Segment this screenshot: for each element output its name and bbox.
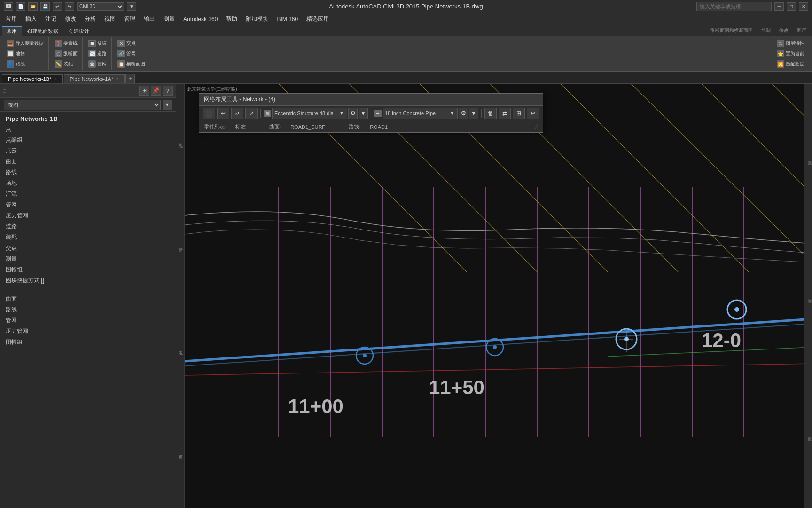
pipe-settings-btn[interactable]: ⚙ — [459, 108, 468, 119]
ft-btn-table[interactable]: ⊞ — [513, 108, 525, 119]
side-btn-visual[interactable]: 视 — [177, 138, 184, 142]
doc-tab-1b-close[interactable]: × — [54, 77, 56, 81]
ft-btn-reverse[interactable]: ⇄ — [499, 108, 511, 119]
tree-node-shortcuts[interactable]: 图块快捷方式 [] — [0, 275, 176, 286]
ribbon-btn-grading[interactable]: 📉 道路 — [86, 49, 109, 58]
canvas[interactable]: 11+00 11+50 12-0 北京建筑大学(二维缩略) — [185, 84, 812, 508]
menu-item-bangzhu[interactable]: 帮助 — [222, 14, 241, 24]
ribbon-modify[interactable]: 修改 — [775, 26, 792, 35]
tree-node-2-pressure[interactable]: 压力管网 — [0, 326, 176, 337]
side-btn-view[interactable]: 视 — [177, 346, 184, 349]
ribbon-expand[interactable]: 纵断面图和横断面图 — [707, 26, 757, 35]
structure-dropdown-btn2[interactable]: ▼ — [359, 108, 368, 119]
quick-access-redo[interactable]: ↪ — [65, 2, 74, 11]
ft-btn-undo[interactable]: ↩ — [527, 108, 539, 119]
tree-node-site[interactable]: 场地 — [0, 178, 176, 189]
ribbon-tab-chuangjian[interactable]: 创建地面数据 — [23, 26, 63, 36]
tree-node-pressure[interactable]: 压力管网 — [0, 210, 176, 221]
panel-settings-btn[interactable]: ⊞ — [139, 86, 149, 96]
tree-node-pointcloud[interactable]: 点云 — [0, 145, 176, 156]
side-btn-model[interactable]: 模 — [177, 450, 184, 453]
ribbon-btn-intersection[interactable]: ✕ 交点 — [116, 39, 147, 48]
tree-node-point[interactable]: 点 — [0, 124, 176, 135]
ribbon-btn-make-current[interactable]: ⭐ 置为当前 — [775, 49, 806, 58]
ribbon-btn-match-layer[interactable]: 🔀 匹配图层 — [775, 59, 806, 69]
workspace-dropdown[interactable]: ▼ — [127, 2, 136, 11]
panel-help-btn[interactable]: ? — [163, 86, 173, 96]
tree-node-2-alignment[interactable]: 路线 — [0, 304, 176, 315]
tree-node-pointgroup[interactable]: 点编组 — [0, 135, 176, 145]
ft-btn-1[interactable]: ⬛ — [203, 108, 215, 119]
ribbon-btn-pipe[interactable]: 🔗 管网 — [116, 49, 147, 58]
tree-node-survey[interactable]: 测量 — [0, 254, 176, 264]
tree-node-intersection[interactable]: 交点 — [0, 243, 176, 254]
ft-btn-2[interactable]: ↩ — [217, 108, 229, 119]
ribbon-btn-profile[interactable]: 📏 装配 — [53, 59, 79, 69]
app-icon[interactable]: 🅰 — [4, 2, 13, 11]
menu-item-xiugai[interactable]: 修改 — [61, 14, 80, 24]
workspace-selector[interactable]: Civil 3D — [77, 2, 124, 11]
side-right-btn3[interactable]: 模型 — [805, 432, 812, 436]
menu-item-fenxi[interactable]: 分析 — [81, 14, 100, 24]
side-right-btn2[interactable]: 标注 — [805, 294, 812, 298]
menu-item-fujia[interactable]: 附加模块 — [242, 14, 272, 24]
ribbon-tab-active[interactable]: 常用 — [2, 26, 22, 36]
menu-item-zhuji[interactable]: 注记 — [41, 14, 60, 24]
quick-access-undo[interactable]: ↩ — [53, 2, 62, 11]
tree-node-pipe[interactable]: 管网 — [0, 199, 176, 210]
structure-dropdown[interactable]: Eccentric Structure 48 dia ▼ — [272, 108, 347, 119]
doc-tab-1a-close[interactable]: × — [116, 77, 118, 81]
pipe-dropdown[interactable]: 18 inch Concrete Pipe ▼ — [383, 108, 458, 119]
tree-node-2-surface[interactable]: 曲面 — [0, 294, 176, 304]
panel-pin-btn[interactable]: 📌 — [151, 86, 161, 96]
doc-tab-1a[interactable]: Pipe Networks-1A* × — [64, 74, 125, 83]
ribbon-layer[interactable]: 图层 — [793, 26, 810, 35]
tree-node-corridor[interactable]: 道路 — [0, 221, 176, 232]
menu-item-jingxuan[interactable]: 精选应用 — [303, 14, 333, 24]
minimize-btn[interactable]: ─ — [774, 2, 784, 11]
ft-btn-4[interactable]: ↗ — [245, 108, 258, 119]
view-dropdown[interactable]: 视图 — [4, 100, 161, 110]
quick-access-new[interactable]: 📄 — [16, 2, 25, 11]
side-btn-zoom[interactable]: 缩 — [177, 242, 184, 246]
search-input[interactable] — [696, 2, 772, 11]
drawing-area[interactable]: 网络布局工具 - Network - (4) ⬛ ↩ ⤾ ↗ 🔘 Eccentr… — [185, 84, 812, 508]
view-dropdown-arrow[interactable]: ▼ — [163, 100, 172, 110]
structure-settings-btn[interactable]: ⚙ — [348, 108, 358, 119]
ribbon-btn-surface[interactable]: 🔲 放坡 — [86, 39, 109, 48]
tree-node-mapbook[interactable]: 图幅组 — [0, 264, 176, 275]
ribbon-btn-parcel[interactable]: ⬜ 地块 — [5, 49, 46, 58]
tree-node-2-pipe[interactable]: 管网 — [0, 315, 176, 326]
ribbon-btn-corridor[interactable]: 🛣 管网 — [86, 59, 109, 69]
tree-node-catchment[interactable]: 汇流 — [0, 189, 176, 199]
toolbar-resize[interactable]: ╱ — [535, 124, 538, 130]
menu-item-autodesk360[interactable]: Autodesk 360 — [180, 15, 221, 24]
menu-item-guanli[interactable]: 管理 — [120, 14, 139, 24]
ribbon-draw[interactable]: 绘制 — [757, 26, 774, 35]
menu-item-changeyong[interactable]: 常用 — [2, 14, 21, 24]
menu-item-shitu[interactable]: 视图 — [101, 14, 119, 24]
quick-access-open[interactable]: 📂 — [28, 2, 38, 11]
doc-tab-1b[interactable]: Pipe Networks-1B* × — [2, 74, 63, 83]
menu-item-shuchu[interactable]: 输出 — [140, 14, 159, 24]
tree-node-alignment[interactable]: 路线 — [0, 167, 176, 178]
ribbon-btn-layer-prop[interactable]: 🗂 图层特性 — [775, 39, 806, 48]
tree-node-surface[interactable]: 曲面 — [0, 156, 176, 167]
side-right-btn1[interactable]: 视觉 — [805, 156, 812, 159]
quick-access-save[interactable]: 💾 — [40, 2, 50, 11]
close-btn[interactable]: ✕ — [799, 2, 808, 11]
ribbon-btn-section[interactable]: 📋 横断面图 — [116, 59, 147, 69]
ribbon-btn-point[interactable]: 📍 要素线 — [53, 39, 79, 48]
doc-tab-add[interactable]: + — [125, 74, 135, 83]
ft-btn-3[interactable]: ⤾ — [231, 108, 243, 119]
ribbon-btn-feature[interactable]: ⬡ 纵断面 — [53, 49, 79, 58]
tree-node-assembly[interactable]: 装配 — [0, 232, 176, 243]
ribbon-btn-import[interactable]: 📥 导入测量数据 — [5, 39, 46, 48]
ft-btn-delete[interactable]: 🗑 — [484, 108, 497, 119]
ribbon-btn-alignment[interactable]: 🔵 路线 — [5, 59, 46, 69]
maximize-btn[interactable]: □ — [787, 2, 796, 11]
ribbon-tab-chuangjian2[interactable]: 创建设计 — [64, 26, 94, 36]
menu-item-charu[interactable]: 插入 — [22, 14, 40, 24]
pipe-dropdown-btn2[interactable]: ▼ — [469, 108, 478, 119]
menu-item-bim360[interactable]: BIM 360 — [273, 15, 302, 24]
